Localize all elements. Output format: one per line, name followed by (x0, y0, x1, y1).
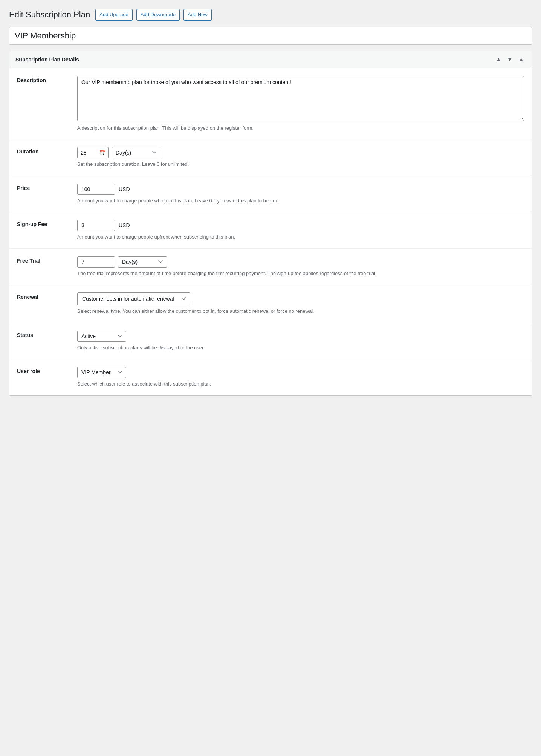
form-body: Description Our VIP membership plan for … (9, 68, 532, 395)
price-currency: USD (119, 186, 130, 192)
description-label: Description (17, 76, 70, 83)
duration-unit-select[interactable]: Day(s) Week(s) Month(s) Year(s) (112, 147, 160, 158)
renewal-content: Customer opts in for automatic renewal F… (77, 292, 524, 315)
price-inputs: USD (77, 184, 524, 195)
duration-hint: Set the subscription duration. Leave 0 f… (77, 161, 524, 168)
price-hint: Amount you want to charge people who joi… (77, 197, 524, 205)
user-role-content: VIP Member Subscriber Editor Administrat… (77, 367, 524, 388)
signup-fee-label: Sign-up Fee (17, 220, 70, 227)
calendar-icon: 📅 (99, 150, 106, 156)
price-content: USD Amount you want to charge people who… (77, 184, 524, 205)
price-row: Price USD Amount you want to charge peop… (9, 176, 532, 213)
description-hint: A description for this subscription plan… (77, 124, 524, 132)
description-textarea[interactable]: Our VIP membership plan for those of you… (77, 76, 524, 121)
free-trial-content: Day(s) Week(s) Month(s) Year(s) The free… (77, 256, 524, 277)
renewal-hint: Select renewal type. You can either allo… (77, 308, 524, 315)
user-role-row: User role VIP Member Subscriber Editor A… (9, 359, 532, 395)
signup-fee-content: USD Amount you want to charge people upf… (77, 220, 524, 241)
page-header: Edit Subscription Plan Add Upgrade Add D… (9, 9, 532, 21)
duration-row: Duration 📅 Day(s) Week(s) Month(s) Year(… (9, 139, 532, 176)
signup-fee-currency: USD (119, 222, 130, 228)
renewal-label: Renewal (17, 292, 70, 300)
add-new-button[interactable]: Add New (183, 9, 212, 21)
signup-fee-row: Sign-up Fee USD Amount you want to charg… (9, 212, 532, 249)
user-role-label: User role (17, 367, 70, 374)
free-trial-hint: The free trial represents the amount of … (77, 270, 524, 277)
status-row: Status Active Inactive Only active subsc… (9, 323, 532, 360)
card-header-title: Subscription Plan Details (15, 57, 79, 63)
free-trial-label: Free Trial (17, 256, 70, 264)
page-title: Edit Subscription Plan (9, 10, 90, 20)
status-select[interactable]: Active Inactive (77, 331, 126, 342)
duration-number-input[interactable] (81, 147, 99, 158)
price-label: Price (17, 184, 70, 191)
status-label: Status (17, 331, 70, 338)
plan-name-input[interactable] (15, 31, 526, 41)
signup-fee-input[interactable] (77, 220, 115, 231)
signup-fee-inputs: USD (77, 220, 524, 231)
status-content: Active Inactive Only active subscription… (77, 331, 524, 352)
description-content: Our VIP membership plan for those of you… (77, 76, 524, 132)
plan-name-box (9, 27, 532, 45)
free-trial-unit-select[interactable]: Day(s) Week(s) Month(s) Year(s) (118, 256, 167, 268)
renewal-row: Renewal Customer opts in for automatic r… (9, 285, 532, 323)
free-trial-number-input[interactable] (77, 256, 115, 268)
add-downgrade-button[interactable]: Add Downgrade (136, 9, 180, 21)
add-upgrade-button[interactable]: Add Upgrade (95, 9, 133, 21)
free-trial-row: Free Trial Day(s) Week(s) Month(s) Year(… (9, 249, 532, 285)
subscription-plan-details-card: Subscription Plan Details ▲ ▼ ▲ Descript… (9, 51, 532, 396)
price-input[interactable] (77, 184, 115, 195)
card-header: Subscription Plan Details ▲ ▼ ▲ (9, 51, 532, 68)
move-up-button[interactable]: ▲ (494, 56, 503, 63)
move-down-button[interactable]: ▼ (505, 56, 514, 63)
user-role-select[interactable]: VIP Member Subscriber Editor Administrat… (77, 367, 126, 378)
description-row: Description Our VIP membership plan for … (9, 68, 532, 140)
duration-content: 📅 Day(s) Week(s) Month(s) Year(s) Set th… (77, 147, 524, 168)
signup-fee-hint: Amount you want to charge people upfront… (77, 233, 524, 241)
collapse-button[interactable]: ▲ (517, 56, 526, 63)
renewal-select[interactable]: Customer opts in for automatic renewal F… (77, 292, 190, 305)
user-role-hint: Select which user role to associate with… (77, 380, 524, 388)
duration-input-wrap: 📅 (77, 147, 109, 158)
duration-inputs: 📅 Day(s) Week(s) Month(s) Year(s) (77, 147, 524, 158)
free-trial-inputs: Day(s) Week(s) Month(s) Year(s) (77, 256, 524, 268)
card-header-controls: ▲ ▼ ▲ (494, 56, 526, 63)
duration-label: Duration (17, 147, 70, 155)
status-hint: Only active subscription plans will be d… (77, 344, 524, 352)
